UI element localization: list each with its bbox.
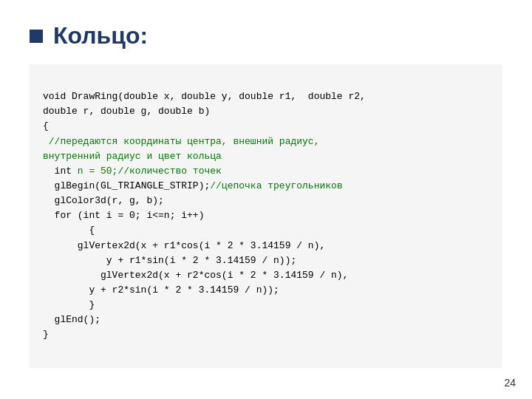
bullet-icon	[30, 30, 43, 43]
code-line-9: for (int i = 0; i<=n; i++)	[43, 210, 204, 221]
code-line-6: int n = 50;//количество точек	[43, 166, 222, 177]
code-block: void DrawRing(double x, double y, double…	[30, 64, 502, 368]
code-line-1: void DrawRing(double x, double y, double…	[43, 91, 366, 102]
title-row: Кольцо:	[30, 22, 502, 50]
code-line-13: glVertex2d(x + r2*cos(i * 2 * 3.14159 / …	[43, 270, 348, 281]
code-line-4: //передаются координаты центра, внешний …	[43, 136, 319, 147]
code-line-11: glVertex2d(x + r1*cos(i * 2 * 3.14159 / …	[43, 240, 325, 251]
code-line-2: double r, double g, double b)	[43, 106, 210, 117]
code-line-3: {	[43, 120, 49, 132]
code-line-10: {	[43, 225, 95, 236]
code-line-17: }	[43, 329, 49, 340]
code-line-12: y + r1*sin(i * 2 * 3.14159 / n));	[43, 255, 296, 266]
code-line-14: y + r2*sin(i * 2 * 3.14159 / n));	[43, 284, 279, 296]
code-line-15: }	[43, 299, 95, 310]
code-line-7: glBegin(GL_TRIANGLE_STRIP);//цепочка тре…	[43, 180, 343, 191]
code-line-16: glEnd();	[43, 314, 100, 325]
page-number: 24	[504, 377, 516, 389]
code-line-5: внутренний радиус и цвет кольца	[43, 151, 222, 162]
slide-title: Кольцо:	[53, 22, 148, 50]
slide: Кольцо: void DrawRing(double x, double y…	[0, 0, 532, 399]
code-line-8: glColor3d(r, g, b);	[43, 195, 164, 206]
